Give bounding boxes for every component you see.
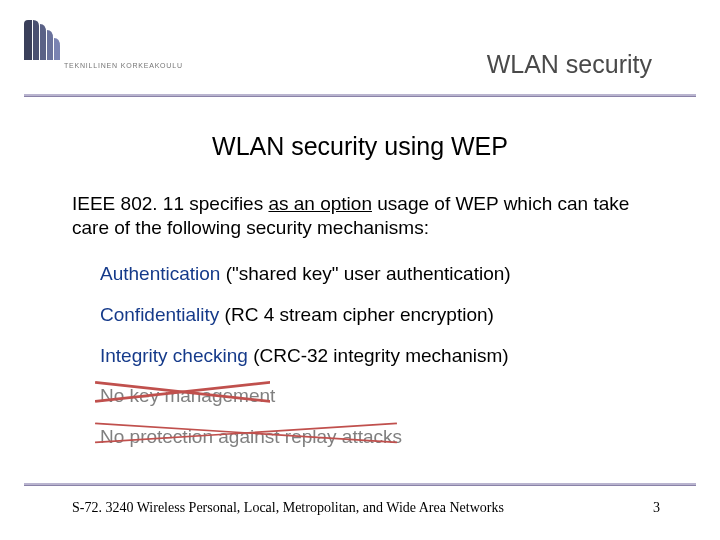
list-item: No key management [100, 384, 660, 408]
bullet-rest: (CRC-32 integrity mechanism) [248, 345, 509, 366]
logo-icon [22, 18, 62, 62]
intro-underlined: as an option [268, 193, 372, 214]
footer-text: S-72. 3240 Wireless Personal, Local, Met… [72, 500, 504, 516]
bullet-term: No protection against replay attacks [100, 426, 402, 447]
bullet-rest: ("shared key" user authentication) [220, 263, 510, 284]
bullet-list: Authentication ("shared key" user authen… [100, 262, 660, 466]
slide: TEKNILLINEN KORKEAKOULU WLAN security WL… [0, 0, 720, 540]
header-title: WLAN security [487, 50, 652, 79]
struck-item: No protection against replay attacks [100, 425, 402, 449]
bullet-term: No key management [100, 385, 275, 406]
header: TEKNILLINEN KORKEAKOULU WLAN security [0, 0, 720, 98]
list-item: Integrity checking (CRC-32 integrity mec… [100, 344, 660, 368]
intro-paragraph: IEEE 802. 11 specifies as an option usag… [72, 192, 652, 241]
struck-item: No key management [100, 384, 275, 408]
list-item: No protection against replay attacks [100, 425, 660, 449]
intro-before: IEEE 802. 11 specifies [72, 193, 268, 214]
bullet-term: Integrity checking [100, 345, 248, 366]
header-rule [24, 94, 696, 97]
bullet-term: Confidentiality [100, 304, 219, 325]
footer-rule [24, 483, 696, 486]
section-title: WLAN security using WEP [0, 132, 720, 161]
list-item: Authentication ("shared key" user authen… [100, 262, 660, 286]
bullet-rest: (RC 4 stream cipher encryption) [219, 304, 494, 325]
list-item: Confidentiality (RC 4 stream cipher encr… [100, 303, 660, 327]
logo-text: TEKNILLINEN KORKEAKOULU [64, 62, 183, 69]
bullet-term: Authentication [100, 263, 220, 284]
page-number: 3 [653, 500, 660, 516]
